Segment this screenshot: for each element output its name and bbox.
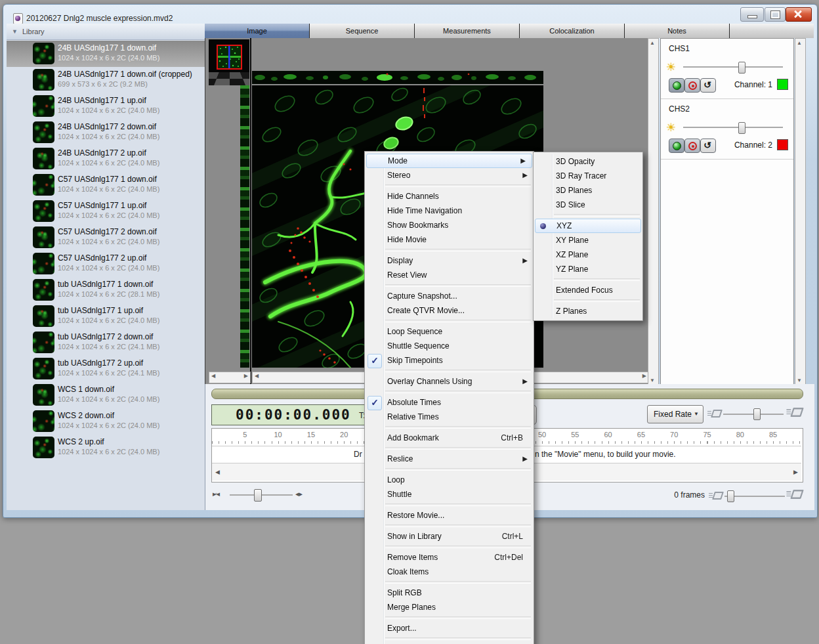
library-item[interactable]: tub UASdnlg177 1 up.oif1024 x 1024 x 6 x… xyxy=(7,303,205,330)
timeline-zoom-thumb[interactable] xyxy=(254,489,262,502)
library-item[interactable]: WCS 2 down.oif1024 x 1024 x 6 x 2C (24.0… xyxy=(7,408,205,435)
brightness-slider[interactable] xyxy=(683,66,783,68)
tab-image[interactable]: Image xyxy=(205,24,310,38)
submenu-item-3d-opacity[interactable]: 3D Opacity xyxy=(534,154,642,169)
menu-item-cloak-items[interactable]: Cloak Items xyxy=(365,565,534,579)
library-item[interactable]: 24B UASdnlg177 2 up.oif1024 x 1024 x 6 x… xyxy=(7,146,205,172)
menu-item-relative-times[interactable]: Relative Times xyxy=(365,410,534,424)
scroll-up-icon[interactable]: ▲ xyxy=(797,40,802,46)
library-item[interactable]: 24B UASdnlg177 1 down.oif (cropped)699 x… xyxy=(7,67,205,93)
brightness-slider-thumb[interactable] xyxy=(738,62,746,74)
library-list: 24B UASdnlg177 1 down.oif1024 x 1024 x 6… xyxy=(7,41,205,510)
playback-rate-dropdown[interactable]: Fixed Rate ▼ xyxy=(647,405,704,423)
image-v-scrollbar[interactable]: ▲ ▼ xyxy=(648,38,659,385)
library-item[interactable]: tub UASdnlg177 2 up.oif1024 x 1024 x 6 x… xyxy=(7,356,205,382)
menu-item-display[interactable]: Display▶ xyxy=(365,253,534,268)
menu-item-mode[interactable]: Mode▶ xyxy=(366,154,532,168)
scroll-left-icon[interactable]: ◀ xyxy=(255,373,259,379)
library-item[interactable]: 24B UASdnlg177 2 down.oif1024 x 1024 x 6… xyxy=(7,119,205,146)
library-item[interactable]: WCS 1 down.oif1024 x 1024 x 6 x 2C (24.0… xyxy=(7,382,205,408)
submenu-item-xz-plane[interactable]: XZ Plane xyxy=(534,247,642,262)
channel-visible-button[interactable] xyxy=(669,139,684,153)
scroll-down-icon[interactable]: ▼ xyxy=(797,377,802,383)
menu-item-skip-timepoints[interactable]: ✓Skip Timepoints xyxy=(365,353,534,368)
zoom-fit-icon[interactable]: ▸▫◂ xyxy=(213,490,219,498)
library-item[interactable]: 24B UASdnlg177 1 up.oif1024 x 1024 x 6 x… xyxy=(7,93,205,119)
minimize-button[interactable] xyxy=(740,7,764,22)
tab-notes[interactable]: Notes xyxy=(625,24,730,38)
title-bar[interactable]: 20120627 Dnlg2 muscle expression.mvd2 xyxy=(3,4,816,24)
menu-item-export[interactable]: Export... xyxy=(365,621,534,635)
menu-item-stereo[interactable]: Stereo▶ xyxy=(365,168,534,182)
library-header[interactable]: ▼ Library xyxy=(7,24,205,40)
3d-navigator-thumbnail[interactable] xyxy=(209,39,249,85)
menu-item-shuttle[interactable]: Shuttle xyxy=(365,487,534,502)
menu-separator xyxy=(385,391,531,393)
submenu-item-3d-ray-tracer[interactable]: 3D Ray Tracer xyxy=(534,169,642,183)
scroll-right-icon[interactable]: ▶ xyxy=(793,469,798,475)
tab-colocalization[interactable]: Colocalization xyxy=(520,24,625,38)
frames-slider-thumb[interactable] xyxy=(727,490,734,502)
menu-item-loop-sequence[interactable]: Loop Sequence xyxy=(365,324,534,339)
menu-item-capture-snapshot[interactable]: Capture Snapshot... xyxy=(365,289,534,303)
brightness-slider[interactable] xyxy=(683,127,783,128)
submenu-item-3d-planes[interactable]: 3D Planes xyxy=(534,183,642,198)
menu-item-absolute-times[interactable]: ✓Absolute Times xyxy=(365,395,534,410)
channel-color-swatch[interactable] xyxy=(777,79,788,90)
scroll-down-icon[interactable]: ▼ xyxy=(650,377,655,383)
menu-item-remove-items[interactable]: Remove ItemsCtrl+Del xyxy=(365,550,534,565)
library-item[interactable]: C57 UASdnlg177 1 up.oif1024 x 1024 x 6 x… xyxy=(7,198,205,225)
scroll-left-icon[interactable]: ◀ xyxy=(215,469,220,475)
navigator-h-scrollbar[interactable]: ◀ ▶ xyxy=(209,372,251,383)
yz-plane-strip[interactable] xyxy=(240,85,249,368)
submenu-item-xy-plane[interactable]: XY Plane xyxy=(534,233,642,247)
channel-reset-button[interactable]: ↺ xyxy=(700,139,716,153)
library-item[interactable]: 24B UASdnlg177 1 down.oif1024 x 1024 x 6… xyxy=(7,41,205,67)
tab-sequence[interactable]: Sequence xyxy=(310,24,415,38)
menu-item-show-in-library[interactable]: Show in LibraryCtrl+L xyxy=(365,529,534,544)
tab-measurements[interactable]: Measurements xyxy=(415,24,520,38)
library-item[interactable]: WCS 2 up.oif1024 x 1024 x 6 x 2C (24.0 M… xyxy=(7,435,205,461)
menu-item-hide-time-navigation[interactable]: Hide Time Navigation xyxy=(365,204,534,218)
scroll-up-icon[interactable]: ▲ xyxy=(650,40,655,46)
menu-item-split-rgb[interactable]: Split RGB xyxy=(365,586,534,600)
library-item[interactable]: C57 UASdnlg177 2 up.oif1024 x 1024 x 6 x… xyxy=(7,251,205,277)
brightness-slider-thumb[interactable] xyxy=(738,122,746,134)
library-item[interactable]: C57 UASdnlg177 2 down.oif1024 x 1024 x 6… xyxy=(7,225,205,251)
channel-record-button[interactable] xyxy=(684,78,700,93)
menu-item-shuttle-sequence[interactable]: Shuttle Sequence xyxy=(365,339,534,353)
menu-item-add-bookmark[interactable]: Add BookmarkCtrl+B xyxy=(365,431,534,445)
menu-item-hide-movie[interactable]: Hide Movie xyxy=(365,232,534,247)
library-item[interactable]: tub UASdnlg177 2 down.oif1024 x 1024 x 6… xyxy=(7,330,205,356)
channel-record-button[interactable] xyxy=(684,139,700,153)
menu-item-show-bookmarks[interactable]: Show Bookmarks xyxy=(365,218,534,232)
channels-v-scrollbar[interactable]: ▲ ▼ xyxy=(795,38,806,385)
library-item[interactable]: tub UASdnlg177 1 down.oif1024 x 1024 x 6… xyxy=(7,277,205,303)
submenu-item-3d-slice[interactable]: 3D Slice xyxy=(534,198,642,212)
menu-item-reslice[interactable]: Reslice▶ xyxy=(365,452,534,466)
zoom-expand-icon[interactable]: ◂▫▸ xyxy=(295,490,301,498)
menu-item-create-qtvr-movie[interactable]: Create QTVR Movie... xyxy=(365,303,534,318)
menu-item-merge-planes[interactable]: Merge Planes xyxy=(365,600,534,614)
maximize-button[interactable] xyxy=(765,7,786,22)
menu-item-restore-movie[interactable]: Restore Movie... xyxy=(365,508,534,523)
menu-item-overlay-channels-using[interactable]: Overlay Channels Using▶ xyxy=(365,374,534,389)
channel-visible-button[interactable] xyxy=(669,78,684,93)
channel-reset-button[interactable]: ↺ xyxy=(700,78,716,93)
collapse-triangle-icon[interactable]: ▼ xyxy=(12,28,18,35)
rate-slider-thumb[interactable] xyxy=(753,408,761,420)
close-button[interactable] xyxy=(786,7,812,22)
scroll-right-icon[interactable]: ▶ xyxy=(642,373,646,379)
menu-item-reset-view[interactable]: Reset View xyxy=(365,268,534,282)
library-item[interactable]: C57 UASdnlg177 1 down.oif1024 x 1024 x 6… xyxy=(7,172,205,198)
xz-plane-strip[interactable] xyxy=(252,71,543,84)
submenu-item-extended-focus[interactable]: Extended Focus xyxy=(534,283,642,297)
scroll-right-icon[interactable]: ▶ xyxy=(244,373,248,379)
submenu-item-yz-plane[interactable]: YZ Plane xyxy=(534,262,642,276)
scroll-left-icon[interactable]: ◀ xyxy=(211,373,215,379)
channel-color-swatch[interactable] xyxy=(777,139,788,150)
menu-item-hide-channels[interactable]: Hide Channels xyxy=(365,189,534,204)
submenu-item-xyz[interactable]: XYZ xyxy=(535,219,641,233)
menu-item-loop[interactable]: Loop xyxy=(365,473,534,487)
submenu-item-z-planes[interactable]: Z Planes xyxy=(534,304,642,318)
